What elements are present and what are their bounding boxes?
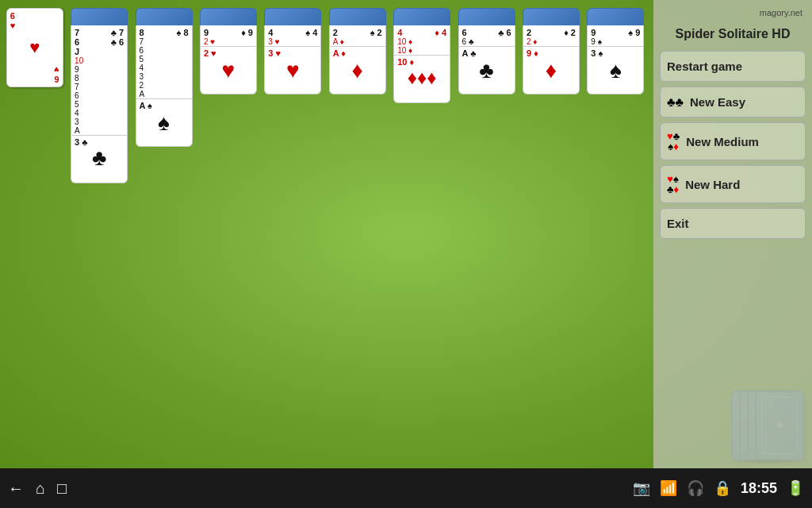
card-last[interactable]: 2 ♥ ♥: [200, 47, 257, 94]
card[interactable]: 6♥ ♥ 6♥: [6, 8, 63, 87]
taskbar-right: 📷 📶 🎧 🔒 18:55 🔋: [633, 479, 804, 497]
exit-button[interactable]: Exit: [660, 208, 806, 239]
easy-suit-icon: ♣♣: [667, 96, 684, 109]
home-button[interactable]: ⌂: [36, 479, 45, 498]
restart-label: Restart game: [667, 60, 742, 73]
cards-area: 6♥ ♥ 6♥ 7♣ 7 6♣ 6 J 10 9 8 7 6: [0, 0, 650, 468]
new-hard-label: New Hard: [685, 178, 740, 191]
card-column-1: 6♥ ♥ 6♥: [4, 8, 65, 87]
card-back-top: [71, 8, 128, 25]
card-center-suit: ♥: [29, 37, 40, 58]
lock-icon: 🔒: [714, 479, 731, 497]
card-column-10: 9♠ 9 9 ♠ 3 ♠ ♠: [585, 8, 646, 94]
headphone-icon: 🎧: [687, 479, 704, 497]
new-hard-button[interactable]: ♥♠ ♣♦ New Hard: [660, 165, 806, 203]
card-column-2: 7♣ 7 6♣ 6 J 10 9 8 7 6 5 4 3 A 3 ♣ ♣: [68, 8, 129, 183]
medium-suit-icon: ♥♣ ♠♦: [667, 131, 680, 152]
game-title: Spider Solitaire HD: [660, 25, 806, 46]
card-last[interactable]: 10 ♦ ♦♦♦: [393, 56, 450, 103]
card-rank-suit-bot: 6♥: [54, 65, 59, 84]
new-medium-label: New Medium: [686, 135, 759, 148]
taskbar: ← ⌂ □ 📷 📶 🎧 🔒 18:55 🔋: [0, 468, 812, 508]
back-button[interactable]: ←: [8, 479, 24, 498]
screenshot-icon: 📷: [633, 479, 650, 497]
new-easy-button[interactable]: ♣♣ New Easy: [660, 87, 806, 117]
hard-suit-icon: ♥♠ ♣♦: [667, 174, 679, 194]
sidebar: magory.net Spider Solitaire HD Restart g…: [653, 0, 812, 468]
restart-button[interactable]: Restart game: [660, 51, 806, 82]
wifi-icon: 📶: [660, 479, 677, 497]
card-last[interactable]: 3 ♥ ♥: [264, 47, 321, 94]
card-back-top: [136, 8, 193, 25]
card-column-7: 4♦ 4 10 ♦ 10 ♦ 10 ♦ ♦♦♦: [391, 8, 452, 103]
site-name: magory.net: [660, 6, 806, 21]
card-last[interactable]: 3 ♠ ♠: [587, 47, 644, 94]
card-last[interactable]: 3 ♣ ♣: [71, 136, 128, 183]
card-column-5: 4♠ 4 3 ♥ 3 ♥ ♥: [262, 8, 324, 94]
new-medium-button[interactable]: ♥♣ ♠♦ New Medium: [660, 122, 806, 160]
clock: 18:55: [741, 480, 777, 497]
recent-apps-button[interactable]: □: [57, 479, 67, 498]
card-last[interactable]: 9 ♦ ♦: [523, 47, 580, 94]
card-last[interactable]: A ♦ ♦: [329, 47, 386, 94]
card-last[interactable]: A ♣ ♣: [458, 47, 515, 94]
exit-label: Exit: [667, 217, 689, 230]
card-column-3: 8♠ 8 7 6 5 4 3 2 A A ♠ ♠: [133, 8, 194, 147]
card-rank-suit: 6♥: [10, 11, 16, 30]
game-area: 6♥ ♥ 6♥ 7♣ 7 6♣ 6 J 10 9 8 7 6: [0, 0, 812, 468]
card-column-6: 2♠ 2 A ♦ A ♦ ♦: [327, 8, 388, 94]
card-column-9: 2♦ 2 2 ♦ 9 ♦ ♦: [520, 8, 581, 94]
new-easy-label: New Easy: [690, 95, 745, 109]
card-last[interactable]: A ♠ ♠: [136, 99, 193, 147]
card-column-4: 9♦ 9 2 ♥ 2 ♥ ♥: [197, 8, 259, 94]
battery-icon: 🔋: [787, 479, 804, 497]
card-column-8: 6♣ 6 6 ♣ A ♣ ♣: [456, 8, 517, 94]
stacked-cards: 7♣ 7 6♣ 6 J 10 9 8 7 6 5 4 3 A: [71, 25, 128, 136]
